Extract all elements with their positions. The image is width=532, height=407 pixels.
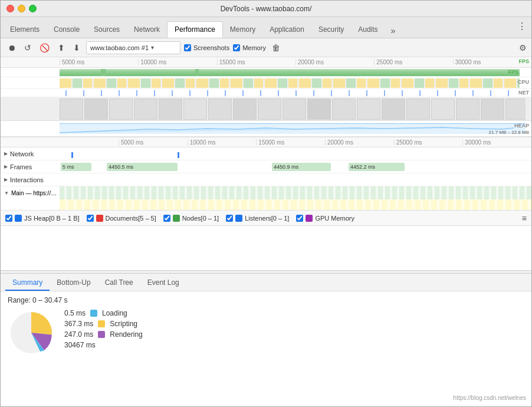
tab-memory[interactable]: Memory xyxy=(223,21,262,38)
tab-sources[interactable]: Sources xyxy=(87,21,127,38)
main-yellow-row xyxy=(1,199,531,210)
screenshots-strip xyxy=(1,97,531,121)
window-controls xyxy=(6,5,37,12)
tab-elements[interactable]: Elements xyxy=(3,21,47,38)
total-value: 30467 ms xyxy=(64,341,96,349)
fps-label: FPS xyxy=(518,58,529,64)
clear-button[interactable]: 🚫 xyxy=(37,42,52,54)
range-text: Range: 0 – 30.47 s xyxy=(8,296,524,304)
legend-gpu-checkbox[interactable] xyxy=(296,215,303,222)
summary-total-row: 30467 ms xyxy=(64,341,143,349)
marker-10000: 10000 ms xyxy=(138,59,216,65)
frame-block-3: 4450.9 ms xyxy=(272,163,331,171)
screenshots-checkbox[interactable] xyxy=(184,44,191,51)
screenshots-checkbox-group: Screenshots xyxy=(184,44,229,51)
frame-block-4: 4452.2 ms xyxy=(349,163,405,171)
net-dot-2 xyxy=(178,152,179,158)
frames-expand-icon[interactable]: ▶ xyxy=(4,164,8,169)
tab-network[interactable]: Network xyxy=(127,21,167,38)
legend-documents-dot xyxy=(96,215,103,222)
fps-track-label: FPS xyxy=(508,69,518,75)
marker-5000: 5000 ms xyxy=(60,59,138,65)
tab-audits[interactable]: Audits xyxy=(351,21,385,38)
legend-menu-icon[interactable]: ≡ xyxy=(522,214,527,223)
legend-listeners: Listeners[0 – 1] xyxy=(226,215,289,222)
minimize-button[interactable] xyxy=(18,5,25,12)
marker2-15000: 15000 ms xyxy=(256,139,325,146)
network-row-label: ▶ Network xyxy=(1,150,60,157)
interactions-row: ▶ Interactions xyxy=(1,173,531,186)
scripting-label: Scripting xyxy=(110,320,137,328)
summary-list: 0.5 ms Loading 367.3 ms Scripting 247.0 … xyxy=(64,309,143,358)
toolbar: ⏺ ↺ 🚫 ⬆ ⬇ www.taobao.com #1 ▾ Screenshot… xyxy=(1,38,531,57)
settings-icon[interactable]: ⚙ xyxy=(519,43,527,52)
more-tabs-icon[interactable]: » xyxy=(386,24,400,38)
main-url-label: Main — https://www.taobao.com/ xyxy=(11,190,60,196)
empty-space xyxy=(1,226,531,270)
close-button[interactable] xyxy=(6,5,14,12)
legend-gpu-label: GPU Memory xyxy=(315,215,354,222)
cpu-track-label: CPU xyxy=(518,79,529,85)
devtools-options-icon[interactable]: ⋮ xyxy=(517,21,527,32)
net-track: NET xyxy=(1,89,531,97)
cpu-track: CPU xyxy=(1,77,531,89)
legend-js-heap-checkbox[interactable] xyxy=(5,215,12,222)
url-dropdown-icon[interactable]: ▾ xyxy=(151,44,154,51)
tab-bottom-up[interactable]: Bottom-Up xyxy=(50,275,97,291)
tab-console[interactable]: Console xyxy=(47,21,87,38)
scripting-color xyxy=(98,320,105,327)
summary-body: 0.5 ms Loading 367.3 ms Scripting 247.0 … xyxy=(8,309,524,358)
legend-nodes-checkbox[interactable] xyxy=(163,215,170,222)
upload-icon[interactable]: ⬆ xyxy=(55,42,67,54)
download-icon[interactable]: ⬇ xyxy=(71,42,83,54)
title-bar: DevTools - www.taobao.com/ xyxy=(1,1,531,17)
main-section: ▼ Main — https://www.taobao.com/ xyxy=(1,186,531,211)
loading-value: 0.5 ms xyxy=(64,309,86,317)
tab-security[interactable]: Security xyxy=(311,21,351,38)
legend-bar: JS Heap[0 B – 1 B] Documents[5 – 5] Node… xyxy=(1,211,531,226)
time-markers: 5000 ms 10000 ms 15000 ms 20000 ms 25000… xyxy=(60,59,531,65)
rendering-color xyxy=(98,331,105,338)
marker2-20000: 20000 ms xyxy=(325,139,394,146)
network-expand-icon[interactable]: ▶ xyxy=(4,151,8,156)
frames-row: ▶ Frames 5 ms 4450.5 ms 4450.9 ms 4452.2… xyxy=(1,160,531,173)
marker-25000: 25000 ms xyxy=(374,59,452,65)
frames-row-label: ▶ Frames xyxy=(1,163,60,170)
heap-range-label: 21.7 MB – 22.8 MB xyxy=(489,130,529,135)
tab-call-tree[interactable]: Call Tree xyxy=(98,275,140,291)
reload-record-button[interactable]: ↺ xyxy=(22,42,34,54)
memory-checkbox[interactable] xyxy=(233,44,240,51)
trash-icon[interactable]: 🗑 xyxy=(270,42,283,54)
devtools-window: DevTools - www.taobao.com/ Elements Cons… xyxy=(0,0,532,407)
marker2-30000: 30000 ms xyxy=(462,139,531,146)
heap-track: 21.7 MB – 22.8 MB HEAP xyxy=(1,121,531,136)
legend-gpu-dot xyxy=(306,215,313,222)
scripting-value: 367.3 ms xyxy=(64,320,93,328)
summary-row-scripting: 367.3 ms Scripting xyxy=(64,320,143,328)
fps-track: FPS xyxy=(1,68,531,77)
watermark: https://blog.csdn.net/welnes xyxy=(454,395,526,401)
legend-js-heap: JS Heap[0 B – 1 B] xyxy=(5,215,80,222)
maximize-button[interactable] xyxy=(29,5,37,12)
marker2-10000: 10000 ms xyxy=(188,139,257,146)
summary-panel: Range: 0 – 30.47 s xyxy=(1,291,531,407)
rendering-label: Rendering xyxy=(110,330,142,339)
interactions-expand-icon[interactable]: ▶ xyxy=(4,177,8,182)
legend-documents-label: Documents[5 – 5] xyxy=(106,215,156,222)
tab-application[interactable]: Application xyxy=(262,21,311,38)
tab-event-log[interactable]: Event Log xyxy=(140,275,186,291)
url-text: www.taobao.com #1 xyxy=(90,44,149,51)
main-collapse-icon[interactable]: ▼ xyxy=(4,191,9,196)
flame-graph-section: 5000 ms 10000 ms 15000 ms 20000 ms 25000… xyxy=(1,137,531,270)
window-title: DevTools - www.taobao.com/ xyxy=(221,5,312,13)
rendering-value: 247.0 ms xyxy=(64,330,93,339)
tab-performance[interactable]: Performance xyxy=(167,21,223,38)
overview-timeline: 5000 ms 10000 ms 15000 ms 20000 ms 25000… xyxy=(1,57,531,137)
screenshots-label: Screenshots xyxy=(193,44,229,51)
legend-listeners-checkbox[interactable] xyxy=(226,215,233,222)
summary-row-loading: 0.5 ms Loading xyxy=(64,309,143,317)
record-button[interactable]: ⏺ xyxy=(5,42,18,54)
legend-documents-checkbox[interactable] xyxy=(87,215,94,222)
legend-nodes: Nodes[0 – 1] xyxy=(163,215,219,222)
tab-summary[interactable]: Summary xyxy=(5,275,50,291)
